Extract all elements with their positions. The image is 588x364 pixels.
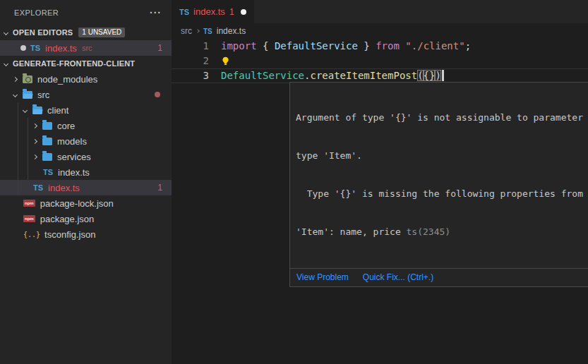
open-editors-header[interactable]: OPEN EDITORS 1 UNSAVED bbox=[0, 25, 172, 40]
tree-item-package-lock-json[interactable]: npm package-lock.json bbox=[0, 195, 172, 211]
tree-item-package-json[interactable]: npm package.json bbox=[0, 211, 172, 226]
code-text: DefaultService.createItemItemPost({}) bbox=[221, 68, 444, 83]
open-folder-icon bbox=[23, 91, 32, 99]
folder-icon bbox=[42, 138, 52, 145]
typescript-file-icon: TS bbox=[30, 44, 40, 52]
project-root-label: GENERATE-FRONTEND-CLIENT bbox=[13, 59, 135, 68]
tree-item-tsconfig-json[interactable]: {..} tsconfig.json bbox=[0, 226, 172, 242]
chevron-right-icon bbox=[32, 123, 37, 128]
tree-item-node-modules[interactable]: node_modules bbox=[0, 71, 172, 87]
open-editors-label: OPEN EDITORS bbox=[13, 28, 73, 37]
error-message-line: Type '{}' is missing the following prope… bbox=[296, 188, 588, 200]
npm-file-icon: npm bbox=[23, 200, 35, 207]
error-message-line: 'Item': name, price ts(2345) bbox=[296, 226, 588, 238]
chevron-down-icon bbox=[4, 61, 8, 66]
quick-fix-link[interactable]: Quick Fix... (Ctrl+.) bbox=[363, 272, 433, 282]
tree-item-models[interactable]: models bbox=[0, 133, 172, 149]
tree-item-core[interactable]: core bbox=[0, 118, 172, 133]
error-message-line: Argument of type '{}' is not assignable … bbox=[296, 111, 588, 124]
breadcrumb-separator-icon bbox=[196, 29, 200, 33]
code-line-2: 2 bbox=[172, 54, 588, 68]
folder-icon bbox=[42, 153, 52, 161]
bracket-match: ( bbox=[417, 70, 423, 81]
typescript-file-icon: TS bbox=[33, 183, 43, 192]
tree-item-src[interactable]: src bbox=[0, 87, 172, 102]
open-editor-filename: index.ts bbox=[45, 43, 77, 54]
npm-file-icon: npm bbox=[23, 215, 35, 222]
code-line-1: 1 import { DefaultService } from "./clie… bbox=[172, 39, 588, 54]
indent-guide bbox=[18, 102, 18, 195]
chevron-down-icon bbox=[4, 30, 8, 35]
chevron-down-icon bbox=[23, 107, 28, 112]
error-count-badge: 1 bbox=[157, 183, 172, 193]
node-modules-folder-icon bbox=[23, 75, 32, 83]
tree-item-client-index-ts[interactable]: TS index.ts bbox=[0, 164, 172, 180]
chevron-right-icon bbox=[32, 138, 37, 143]
chevron-down-icon bbox=[13, 92, 18, 97]
tooltip-actions: View Problem Quick Fix... (Ctrl+.) bbox=[290, 268, 588, 286]
lightbulb-icon[interactable] bbox=[221, 54, 230, 68]
error-count-badge: 1 bbox=[157, 43, 172, 53]
folder-icon bbox=[42, 122, 52, 130]
tree-item-client[interactable]: client bbox=[0, 102, 172, 118]
typescript-file-icon: TS bbox=[43, 168, 53, 176]
unsaved-count-badge: 1 UNSAVED bbox=[78, 28, 125, 37]
breadcrumb-folder[interactable]: src bbox=[181, 26, 192, 36]
open-folder-icon bbox=[32, 107, 42, 114]
diagnostic-code: ts(2345) bbox=[407, 226, 451, 237]
open-editor-item-index-ts[interactable]: TS index.ts src 1 bbox=[0, 40, 172, 56]
chevron-right-icon bbox=[32, 154, 37, 159]
code-editor[interactable]: 1 import { DefaultService } from "./clie… bbox=[172, 39, 588, 83]
error-message: Argument of type '{}' is not assignable … bbox=[290, 83, 588, 268]
code-text: import { DefaultService } from "./client… bbox=[221, 39, 471, 54]
chevron-right-icon bbox=[13, 76, 18, 81]
tree-item-src-index-ts[interactable]: TS index.ts 1 bbox=[0, 180, 172, 195]
unsaved-dot-icon[interactable] bbox=[241, 9, 246, 15]
vscode-window: EXPLORER ··· OPEN EDITORS 1 UNSAVED TS i… bbox=[0, 0, 588, 364]
line-number: 1 bbox=[172, 39, 209, 54]
open-editor-description: src bbox=[82, 44, 92, 52]
explorer-title: EXPLORER bbox=[14, 8, 59, 17]
breadcrumb: src TS index.ts bbox=[172, 23, 588, 39]
tab-error-count: 1 bbox=[229, 7, 234, 17]
tab-index-ts[interactable]: TS index.ts 1 bbox=[172, 0, 254, 23]
modified-dot-icon bbox=[20, 45, 26, 51]
typescript-file-icon: TS bbox=[203, 28, 212, 35]
folder-error-dot-icon bbox=[155, 92, 160, 97]
typescript-file-icon: TS bbox=[179, 8, 189, 16]
error-message-line: type 'Item'. bbox=[296, 150, 588, 162]
error-hover-tooltip: Argument of type '{}' is not assignable … bbox=[289, 82, 588, 287]
tab-title: index.ts bbox=[193, 6, 225, 17]
view-problem-link[interactable]: View Problem bbox=[296, 272, 349, 282]
tree-item-services[interactable]: services bbox=[0, 149, 172, 164]
bracket-match: ) bbox=[435, 70, 440, 81]
file-tree: node_modules src client core bbox=[0, 71, 172, 242]
project-root-header[interactable]: GENERATE-FRONTEND-CLIENT bbox=[0, 56, 172, 71]
line-number: 3 bbox=[172, 68, 209, 83]
breadcrumb-file[interactable]: index.ts bbox=[217, 26, 246, 36]
more-actions-icon[interactable]: ··· bbox=[150, 7, 162, 18]
text-cursor bbox=[442, 70, 444, 81]
indent-guide bbox=[28, 118, 28, 180]
tab-bar: TS index.ts 1 bbox=[172, 0, 588, 23]
explorer-sidebar: EXPLORER ··· OPEN EDITORS 1 UNSAVED TS i… bbox=[0, 0, 172, 364]
json-braces-icon: {..} bbox=[23, 231, 40, 238]
explorer-titlebar: EXPLORER ··· bbox=[0, 0, 172, 25]
line-number: 2 bbox=[172, 54, 209, 68]
error-argument: {} bbox=[424, 70, 436, 81]
code-line-3: 3 DefaultService.createItemItemPost({}) bbox=[172, 68, 588, 83]
